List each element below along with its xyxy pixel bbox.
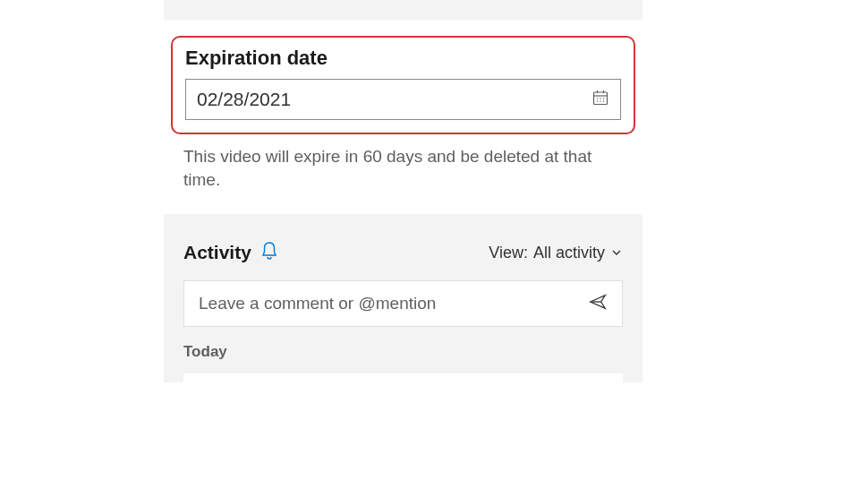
svg-point-5 <box>600 98 600 99</box>
activity-section: Activity View: All activity <box>164 214 642 382</box>
view-filter-prefix: View: <box>489 244 528 262</box>
activity-title: Activity <box>183 242 251 263</box>
bell-icon[interactable] <box>260 241 278 264</box>
comment-input[interactable] <box>199 294 588 313</box>
svg-point-6 <box>603 98 604 99</box>
expiration-date-input[interactable] <box>197 89 591 110</box>
activity-header: Activity View: All activity <box>183 241 623 264</box>
expiration-help-text: This video will expire in 60 days and be… <box>183 145 623 191</box>
expiration-section: Expiration date <box>164 36 642 191</box>
expiration-label: Expiration date <box>185 47 621 70</box>
svg-point-9 <box>603 100 604 101</box>
comment-box[interactable] <box>183 280 623 327</box>
chevron-down-icon <box>610 246 623 259</box>
svg-point-4 <box>597 98 598 99</box>
expiration-highlight-box: Expiration date <box>171 36 635 134</box>
top-gray-strip <box>164 0 642 20</box>
activity-card <box>183 373 623 382</box>
svg-point-7 <box>597 100 598 101</box>
activity-today-label: Today <box>183 343 623 361</box>
expiration-date-field[interactable] <box>185 79 621 120</box>
calendar-icon[interactable] <box>591 89 609 110</box>
view-filter-value: All activity <box>533 244 605 262</box>
activity-view-filter[interactable]: View: All activity <box>489 244 623 262</box>
send-icon[interactable] <box>588 292 608 315</box>
svg-point-8 <box>600 100 600 101</box>
